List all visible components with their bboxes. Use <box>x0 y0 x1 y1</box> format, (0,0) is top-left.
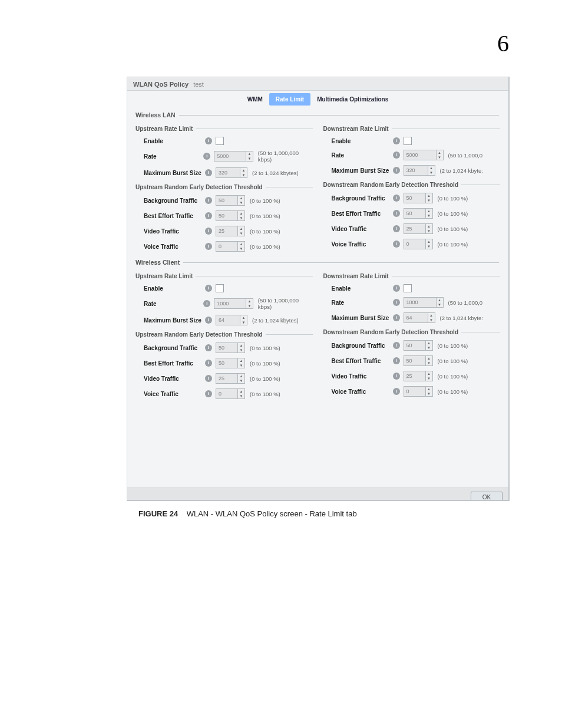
field-label-voice: Voice Traffic <box>144 391 205 397</box>
info-icon[interactable]: i <box>393 241 400 248</box>
tab-wmm[interactable]: WMM <box>241 93 269 106</box>
client-up-burst-input[interactable]: 64 <box>216 315 240 325</box>
figure-label: FIGURE 24 <box>138 509 178 518</box>
field-label-be: Best Effort Traffic <box>144 360 205 367</box>
spinner[interactable]: ▲▼ <box>426 371 433 381</box>
fieldset-lan-downstream-rate: Downstream Rate Limit <box>323 126 501 132</box>
figure-caption-text: WLAN - WLAN QoS Policy screen - Rate Lim… <box>187 509 357 518</box>
info-icon[interactable]: i <box>393 299 400 306</box>
lan-up-burst-input[interactable]: 320 <box>216 167 240 178</box>
client-down-burst-input[interactable]: 64 <box>404 312 428 323</box>
client-up-voice-input[interactable]: 0 <box>216 388 238 399</box>
spinner[interactable]: ▲▼ <box>426 239 433 249</box>
lan-down-burst-input[interactable]: 320 <box>404 165 428 176</box>
lan-down-bg-input[interactable]: 50 <box>404 193 426 203</box>
info-icon[interactable]: i <box>393 210 400 217</box>
fieldset-lan-upstream-rate: Upstream Rate Limit <box>135 126 313 132</box>
suffix-burst: (2 to 1,024 kbytes) <box>252 170 299 176</box>
spinner[interactable]: ▲▼ <box>428 165 435 176</box>
client-down-bg-input[interactable]: 50 <box>404 340 426 351</box>
client-up-bg-input[interactable]: 50 <box>216 342 238 353</box>
spinner[interactable]: ▲▼ <box>437 297 444 308</box>
field-label-max-burst: Maximum Burst Size <box>144 170 205 176</box>
fieldset-client-upstream-red: Upstream Random Early Detection Threshol… <box>135 331 313 338</box>
info-icon[interactable]: i <box>393 373 400 380</box>
info-icon[interactable]: i <box>393 151 400 159</box>
suffix-burst: (2 to 1,024 kbytes) <box>252 317 299 324</box>
info-icon[interactable]: i <box>205 317 212 324</box>
lan-up-be-input[interactable]: 50 <box>216 210 238 221</box>
info-icon[interactable]: i <box>393 167 400 174</box>
lan-down-enable-checkbox[interactable] <box>404 137 412 145</box>
info-icon[interactable]: i <box>393 357 400 364</box>
field-label-bg: Background Traffic <box>144 345 205 351</box>
spinner[interactable]: ▲▼ <box>238 210 245 221</box>
spinner[interactable]: ▲▼ <box>238 226 245 236</box>
info-icon[interactable]: i <box>205 360 212 367</box>
client-down-video-input[interactable]: 25 <box>404 371 426 381</box>
info-icon[interactable]: i <box>203 300 210 307</box>
spinner[interactable]: ▲▼ <box>428 312 435 323</box>
fieldset-label: Upstream Rate Limit <box>135 126 193 132</box>
tab-multimedia-optimizations[interactable]: Multimedia Optimizations <box>310 93 395 106</box>
spinner[interactable]: ▲▼ <box>426 193 433 203</box>
spinner[interactable]: ▲▼ <box>437 150 444 160</box>
info-icon[interactable]: i <box>205 197 212 204</box>
lan-up-video-input[interactable]: 25 <box>216 226 238 236</box>
client-down-voice-input[interactable]: 0 <box>404 386 426 397</box>
ok-button[interactable]: OK <box>471 492 503 501</box>
lan-down-be-input[interactable]: 50 <box>404 208 426 219</box>
lan-up-enable-checkbox[interactable] <box>216 137 224 145</box>
spinner[interactable]: ▲▼ <box>240 167 247 178</box>
client-down-be-input[interactable]: 50 <box>404 355 426 366</box>
spinner[interactable]: ▲▼ <box>238 342 245 353</box>
info-icon[interactable]: i <box>203 153 210 160</box>
info-icon[interactable]: i <box>205 285 212 292</box>
lan-up-rate-input[interactable]: 5000 <box>214 151 246 162</box>
info-icon[interactable]: i <box>393 225 400 232</box>
info-icon[interactable]: i <box>205 228 212 235</box>
info-icon[interactable]: i <box>393 314 400 321</box>
spinner[interactable]: ▲▼ <box>238 388 245 399</box>
client-down-rate-input[interactable]: 1000 <box>404 297 437 308</box>
client-up-enable-checkbox[interactable] <box>216 284 224 292</box>
info-icon[interactable]: i <box>393 285 400 292</box>
info-icon[interactable]: i <box>205 169 212 176</box>
info-icon[interactable]: i <box>393 195 400 202</box>
lan-down-rate-input[interactable]: 5000 <box>404 150 437 160</box>
client-up-be-input[interactable]: 50 <box>216 358 238 368</box>
info-icon[interactable]: i <box>205 137 212 144</box>
client-up-rate-input[interactable]: 1000 <box>214 298 246 309</box>
spinner[interactable]: ▲▼ <box>426 355 433 366</box>
info-icon[interactable]: i <box>205 390 212 397</box>
field-label-rate: Rate <box>332 152 393 159</box>
tab-rate-limit[interactable]: Rate Limit <box>269 93 310 106</box>
info-icon[interactable]: i <box>205 375 212 382</box>
info-icon[interactable]: i <box>205 243 212 250</box>
info-icon[interactable]: i <box>205 212 212 219</box>
lan-down-voice-input[interactable]: 0 <box>404 239 426 249</box>
suffix-pct: (0 to 100 %) <box>250 345 280 351</box>
lan-up-bg-input[interactable]: 50 <box>216 195 238 206</box>
spinner[interactable]: ▲▼ <box>246 151 253 162</box>
client-down-enable-checkbox[interactable] <box>404 284 412 292</box>
suffix-burst-trunc: (2 to 1,024 kbyte: <box>440 315 483 321</box>
info-icon[interactable]: i <box>393 137 400 144</box>
lan-down-video-input[interactable]: 25 <box>404 223 426 234</box>
info-icon[interactable]: i <box>205 344 212 351</box>
info-icon[interactable]: i <box>393 342 400 349</box>
spinner[interactable]: ▲▼ <box>240 315 247 325</box>
spinner[interactable]: ▲▼ <box>238 373 245 384</box>
spinner[interactable]: ▲▼ <box>426 340 433 351</box>
spinner[interactable]: ▲▼ <box>426 386 433 397</box>
spinner[interactable]: ▲▼ <box>246 298 253 309</box>
field-label-voice: Voice Traffic <box>332 388 393 395</box>
spinner[interactable]: ▲▼ <box>426 223 433 234</box>
spinner[interactable]: ▲▼ <box>426 208 433 219</box>
client-up-video-input[interactable]: 25 <box>216 373 238 384</box>
spinner[interactable]: ▲▼ <box>238 241 245 252</box>
info-icon[interactable]: i <box>393 388 400 395</box>
spinner[interactable]: ▲▼ <box>238 195 245 206</box>
lan-up-voice-input[interactable]: 0 <box>216 241 238 252</box>
spinner[interactable]: ▲▼ <box>238 358 245 368</box>
